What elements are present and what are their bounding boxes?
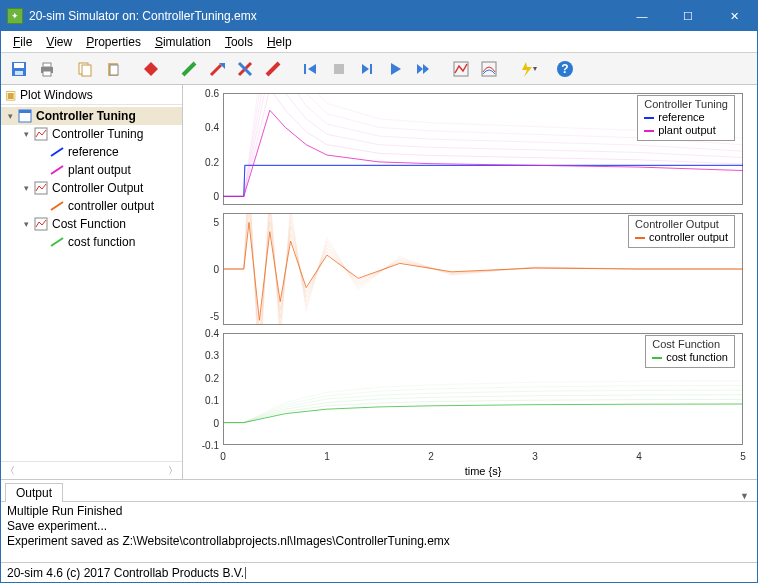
svg-marker-10	[144, 62, 158, 76]
pencil-arrow-icon[interactable]	[205, 57, 229, 81]
rewind-icon[interactable]	[299, 57, 323, 81]
print-icon[interactable]	[35, 57, 59, 81]
chart-curves-icon[interactable]	[477, 57, 501, 81]
legend-controller-output: Controller Output controller output	[628, 215, 735, 248]
menu-file[interactable]: File	[7, 33, 38, 51]
menu-properties[interactable]: Properties	[80, 33, 147, 51]
chart-icon	[34, 217, 48, 231]
save-icon[interactable]	[7, 57, 31, 81]
copy-icon[interactable]	[73, 57, 97, 81]
plot-tree[interactable]: ▾Controller Tuning▾Controller Tuningrefe…	[1, 105, 182, 461]
tree-node[interactable]: reference	[1, 143, 182, 161]
menu-view[interactable]: View	[40, 33, 78, 51]
pencils-cross-icon[interactable]	[233, 57, 257, 81]
paste-icon[interactable]	[101, 57, 125, 81]
tree-node[interactable]: cost function	[1, 233, 182, 251]
window-icon	[18, 109, 32, 123]
app-window: ✦ 20-sim Simulator on: ControllerTuning.…	[0, 0, 758, 583]
svg-line-12	[211, 65, 221, 75]
menu-help[interactable]: Help	[261, 33, 298, 51]
plot-controller-tuning[interactable]: 00.20.40.6 Controller Tuning reference p…	[187, 89, 749, 209]
pencil-red-icon[interactable]	[261, 57, 285, 81]
svg-rect-27	[482, 62, 496, 76]
tree-node[interactable]: ▾Cost Function	[1, 215, 182, 233]
help-icon[interactable]: ?	[553, 57, 577, 81]
svg-marker-21	[362, 64, 369, 74]
svg-line-39	[51, 238, 63, 246]
svg-rect-9	[110, 65, 118, 75]
menu-simulation[interactable]: Simulation	[149, 33, 217, 51]
window-title: 20-sim Simulator on: ControllerTuning.em…	[29, 9, 619, 23]
twist-icon[interactable]: ▾	[5, 111, 16, 121]
tree-node[interactable]: plant output	[1, 161, 182, 179]
folder-icon: ▣	[5, 88, 16, 102]
side-header-label: Plot Windows	[20, 88, 93, 102]
stop-icon[interactable]	[327, 57, 351, 81]
tree-label: Controller Output	[50, 181, 143, 195]
play-icon[interactable]	[383, 57, 407, 81]
x-axis: time {s} 012345	[223, 449, 743, 479]
x-axis-label: time {s}	[465, 465, 502, 477]
chart-line-icon[interactable]	[449, 57, 473, 81]
svg-marker-25	[423, 64, 429, 74]
chart-icon	[34, 181, 48, 195]
svg-line-35	[51, 166, 63, 174]
svg-rect-4	[43, 63, 51, 67]
twist-icon[interactable]: ▾	[21, 183, 32, 193]
twist-icon[interactable]: ▾	[21, 219, 32, 229]
status-bar: 20-sim 4.6 (c) 2017 Controllab Products …	[1, 562, 757, 582]
status-text: 20-sim 4.6 (c) 2017 Controllab Products …	[7, 566, 244, 580]
step-icon[interactable]	[355, 57, 379, 81]
svg-line-37	[51, 202, 63, 210]
menu-tools[interactable]: Tools	[219, 33, 259, 51]
toolbar: ▾ ?	[1, 53, 757, 85]
svg-rect-1	[14, 63, 24, 68]
diamond-red-icon[interactable]	[139, 57, 163, 81]
tree-label: Controller Tuning	[34, 109, 136, 123]
bottom-panel: Output ▼ Multiple Run FinishedSave exper…	[1, 480, 757, 562]
tree-label: plant output	[66, 163, 131, 177]
plot-cost-function[interactable]: -0.100.10.20.30.4 Cost Function cost fun…	[187, 329, 749, 449]
tree-label: Controller Tuning	[50, 127, 143, 141]
svg-marker-24	[417, 64, 423, 74]
minimize-button[interactable]: —	[619, 1, 665, 31]
tab-output[interactable]: Output	[5, 483, 63, 502]
side-scrollbar[interactable]: 〈〉	[1, 461, 182, 479]
svg-rect-7	[82, 65, 91, 76]
tab-dropdown-icon[interactable]: ▼	[732, 491, 757, 501]
app-icon: ✦	[7, 8, 23, 24]
svg-rect-2	[15, 71, 23, 75]
side-panel: ▣ Plot Windows ▾Controller Tuning▾Contro…	[1, 85, 183, 479]
series-color-icon	[50, 235, 64, 249]
chart-icon	[34, 127, 48, 141]
twist-icon[interactable]: ▾	[21, 129, 32, 139]
tree-node[interactable]: ▾Controller Tuning	[1, 125, 182, 143]
legend-controller-tuning: Controller Tuning reference plant output	[637, 95, 735, 141]
maximize-button[interactable]: ☐	[665, 1, 711, 31]
svg-line-34	[51, 148, 63, 156]
tree-node[interactable]: controller output	[1, 197, 182, 215]
tree-label: cost function	[66, 235, 135, 249]
svg-marker-23	[391, 63, 401, 75]
lightning-icon[interactable]: ▾	[515, 57, 539, 81]
pencil-green-icon[interactable]	[177, 57, 201, 81]
plot-area: 00.20.40.6 Controller Tuning reference p…	[183, 85, 757, 479]
close-button[interactable]: ✕	[711, 1, 757, 31]
svg-rect-22	[370, 64, 372, 74]
output-tabs: Output ▼	[1, 480, 757, 502]
series-color-icon	[50, 163, 64, 177]
svg-text:?: ?	[561, 62, 568, 76]
tree-node[interactable]: ▾Controller Output	[1, 179, 182, 197]
svg-line-11	[183, 63, 195, 75]
body: ▣ Plot Windows ▾Controller Tuning▾Contro…	[1, 85, 757, 480]
tree-label: reference	[66, 145, 119, 159]
tree-node[interactable]: ▾Controller Tuning	[1, 107, 182, 125]
svg-marker-28	[522, 62, 532, 77]
menubar: File View Properties Simulation Tools He…	[1, 31, 757, 53]
plot-controller-output[interactable]: -505 Controller Output controller output	[187, 209, 749, 329]
svg-rect-17	[304, 64, 306, 74]
series-color-icon	[50, 145, 64, 159]
fastforward-icon[interactable]	[411, 57, 435, 81]
output-console[interactable]: Multiple Run FinishedSave experiment...E…	[1, 502, 757, 562]
tree-label: Cost Function	[50, 217, 126, 231]
